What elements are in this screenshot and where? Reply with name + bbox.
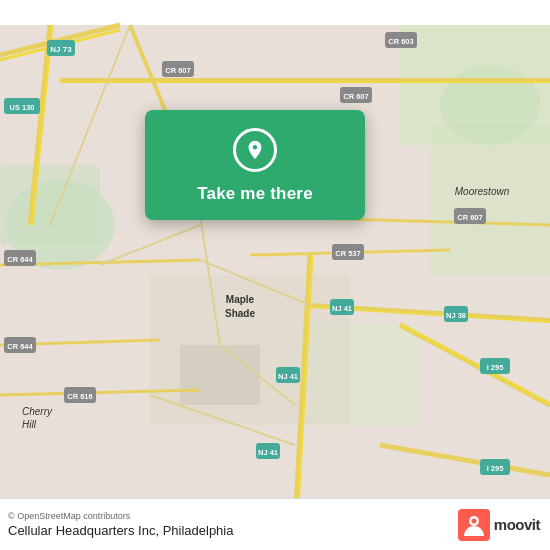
svg-text:CR 616: CR 616: [67, 392, 92, 401]
svg-text:NJ 38: NJ 38: [446, 311, 466, 320]
take-me-there-button[interactable]: Take me there: [191, 182, 319, 206]
svg-text:Cherry: Cherry: [22, 406, 53, 417]
svg-text:Maple: Maple: [226, 294, 255, 305]
svg-text:CR 603: CR 603: [388, 37, 413, 46]
svg-text:CR 644: CR 644: [7, 342, 33, 351]
place-name: Cellular Headquarters Inc, Philadelphia: [8, 523, 233, 538]
place-info: © OpenStreetMap contributors Cellular He…: [8, 511, 233, 538]
svg-text:CR 537: CR 537: [335, 249, 360, 258]
svg-text:CR 607: CR 607: [165, 66, 190, 75]
svg-text:CR 607: CR 607: [343, 92, 368, 101]
svg-text:NJ 73: NJ 73: [50, 45, 72, 54]
bottom-bar: © OpenStreetMap contributors Cellular He…: [0, 498, 550, 550]
svg-point-5: [440, 65, 540, 145]
svg-text:CR 607: CR 607: [457, 213, 482, 222]
svg-text:Moorestown: Moorestown: [455, 186, 510, 197]
svg-rect-4: [430, 125, 550, 275]
map-container: NJ 73 CR 603 CR 607 CR 607 US 130 NJ CR …: [0, 0, 550, 550]
svg-text:NJ 41: NJ 41: [332, 304, 352, 313]
svg-text:US 130: US 130: [9, 103, 34, 112]
location-pin-icon: [233, 128, 277, 172]
moovit-logo: moovit: [458, 509, 540, 541]
svg-rect-8: [180, 345, 260, 405]
svg-point-75: [471, 518, 476, 523]
map-background: NJ 73 CR 603 CR 607 CR 607 US 130 NJ CR …: [0, 0, 550, 550]
svg-text:Shade: Shade: [225, 308, 255, 319]
moovit-brand-text: moovit: [494, 516, 540, 533]
svg-text:I 295: I 295: [487, 464, 504, 473]
svg-text:NJ 41: NJ 41: [278, 372, 298, 381]
svg-text:CR 644: CR 644: [7, 255, 33, 264]
moovit-icon: [458, 509, 490, 541]
popup-card: Take me there: [145, 110, 365, 220]
map-attribution: © OpenStreetMap contributors: [8, 511, 233, 521]
svg-text:Hill: Hill: [22, 419, 37, 430]
svg-rect-2: [0, 165, 100, 245]
svg-text:I 295: I 295: [487, 363, 504, 372]
svg-text:NJ 41: NJ 41: [258, 448, 278, 457]
